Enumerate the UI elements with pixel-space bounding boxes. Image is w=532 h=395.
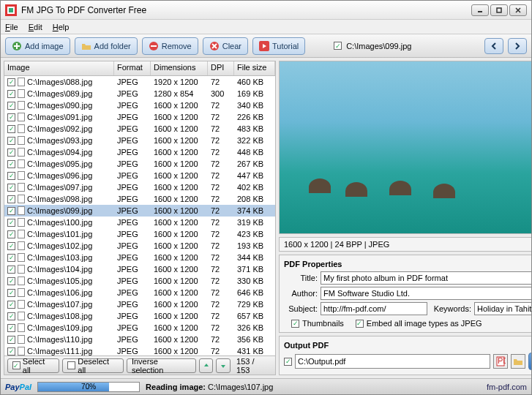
col-dpi[interactable]: DPI bbox=[208, 61, 234, 75]
table-row[interactable]: ✓C:\Images\090.jpgJPEG1600 x 120072340 K… bbox=[4, 99, 275, 111]
table-row[interactable]: ✓C:\Images\103.jpgJPEG1600 x 120072344 K… bbox=[4, 252, 275, 263]
row-checkbox[interactable]: ✓ bbox=[7, 347, 15, 356]
author-input[interactable] bbox=[321, 287, 531, 300]
row-checkbox[interactable]: ✓ bbox=[7, 148, 15, 157]
row-checkbox[interactable]: ✓ bbox=[7, 242, 15, 250]
row-checkbox[interactable]: ✓ bbox=[7, 160, 15, 168]
table-row[interactable]: ✓C:\Images\091.jpgJPEG1600 x 120072226 K… bbox=[4, 111, 275, 123]
row-checkbox[interactable]: ✓ bbox=[7, 254, 15, 262]
table-row[interactable]: ✓C:\Images\099.jpgJPEG1600 x 120072374 K… bbox=[4, 205, 275, 217]
row-dpi: 72 bbox=[208, 148, 234, 157]
row-checkbox[interactable]: ✓ bbox=[7, 277, 15, 285]
col-dimensions[interactable]: Dimensions bbox=[151, 61, 208, 75]
table-row[interactable]: ✓C:\Images\089.jpgJPEG1280 x 854300169 K… bbox=[4, 88, 275, 99]
row-checkbox[interactable]: ✓ bbox=[7, 230, 15, 238]
row-checkbox[interactable]: ✓ bbox=[7, 90, 15, 98]
keywords-input[interactable] bbox=[474, 302, 531, 315]
window-title: FM JPG To PDF Converter Free bbox=[21, 5, 471, 15]
row-checkbox[interactable]: ✓ bbox=[7, 266, 15, 274]
file-icon bbox=[18, 276, 25, 285]
table-row[interactable]: ✓C:\Images\101.jpgJPEG1600 x 120072423 K… bbox=[4, 228, 275, 240]
menu-help[interactable]: Help bbox=[53, 23, 70, 31]
row-path: C:\Images\094.jpg bbox=[27, 148, 92, 157]
table-row[interactable]: ✓C:\Images\111.jpgJPEG1600 x 120072431 K… bbox=[4, 345, 275, 356]
row-checkbox[interactable]: ✓ bbox=[7, 207, 15, 215]
table-row[interactable]: ✓C:\Images\108.jpgJPEG1600 x 120072657 K… bbox=[4, 310, 275, 322]
row-checkbox[interactable]: ✓ bbox=[7, 78, 15, 86]
remove-button[interactable]: Remove bbox=[142, 37, 198, 55]
close-button[interactable] bbox=[509, 4, 527, 16]
row-size: 319 KB bbox=[234, 218, 275, 227]
row-checkbox[interactable]: ✓ bbox=[7, 336, 15, 344]
subject-input[interactable] bbox=[321, 302, 427, 315]
minimize-button[interactable] bbox=[471, 4, 489, 16]
row-checkbox[interactable]: ✓ bbox=[7, 113, 15, 121]
tutorial-button[interactable]: Tutorial bbox=[252, 37, 305, 55]
table-row[interactable]: ✓C:\Images\109.jpgJPEG1600 x 120072326 K… bbox=[4, 322, 275, 334]
col-format[interactable]: Format bbox=[114, 61, 151, 75]
file-icon bbox=[18, 206, 25, 215]
table-row[interactable]: ✓C:\Images\104.jpgJPEG1600 x 120072371 K… bbox=[4, 263, 275, 275]
menu-edit[interactable]: Edit bbox=[29, 23, 42, 31]
row-checkbox[interactable]: ✓ bbox=[7, 195, 15, 203]
prev-image-button[interactable] bbox=[484, 38, 503, 54]
pdf-icon-button[interactable]: PDF bbox=[493, 354, 508, 369]
deselect-all-button[interactable]: Deselect all bbox=[62, 358, 123, 373]
preview-checkbox[interactable]: ✓ bbox=[334, 42, 342, 50]
row-checkbox[interactable]: ✓ bbox=[7, 219, 15, 227]
progress-bar: 70% bbox=[37, 382, 140, 392]
browse-output-button[interactable] bbox=[511, 354, 525, 369]
output-path-input[interactable] bbox=[295, 354, 490, 369]
table-row[interactable]: ✓C:\Images\093.jpgJPEG1600 x 120072322 K… bbox=[4, 135, 275, 146]
add-folder-button[interactable]: Add folder bbox=[75, 37, 138, 55]
row-checkbox[interactable]: ✓ bbox=[7, 137, 15, 145]
row-checkbox[interactable]: ✓ bbox=[7, 301, 15, 309]
table-body[interactable]: ✓C:\Images\088.jpgJPEG1920 x 120072460 K… bbox=[4, 76, 275, 356]
table-row[interactable]: ✓C:\Images\094.jpgJPEG1600 x 120072448 K… bbox=[4, 146, 275, 158]
status-text: Reading image: C:\Images\107.jpg bbox=[146, 383, 481, 391]
table-row[interactable]: ✓C:\Images\095.jpgJPEG1600 x 120072267 K… bbox=[4, 158, 275, 170]
row-checkbox[interactable]: ✓ bbox=[7, 102, 15, 110]
table-row[interactable]: ✓C:\Images\105.jpgJPEG1600 x 120072330 K… bbox=[4, 275, 275, 287]
embed-jpeg-checkbox[interactable]: ✓Embed all image types as JPEG bbox=[356, 319, 482, 328]
col-filesize[interactable]: File size bbox=[234, 61, 275, 75]
row-checkbox[interactable]: ✓ bbox=[7, 172, 15, 180]
row-checkbox[interactable]: ✓ bbox=[7, 289, 15, 297]
paypal-logo[interactable]: PayPal bbox=[5, 383, 31, 391]
table-row[interactable]: ✓C:\Images\097.jpgJPEG1600 x 120072402 K… bbox=[4, 181, 275, 193]
row-checkbox[interactable]: ✓ bbox=[7, 125, 15, 133]
table-row[interactable]: ✓C:\Images\098.jpgJPEG1600 x 120072208 K… bbox=[4, 193, 275, 205]
table-row[interactable]: ✓C:\Images\107.jpgJPEG1600 x 120072729 K… bbox=[4, 298, 275, 310]
table-row[interactable]: ✓C:\Images\092.jpgJPEG1600 x 120072483 K… bbox=[4, 123, 275, 135]
table-row[interactable]: ✓C:\Images\102.jpgJPEG1600 x 120072193 K… bbox=[4, 240, 275, 252]
table-row[interactable]: ✓C:\Images\110.jpgJPEG1600 x 120072356 K… bbox=[4, 334, 275, 345]
col-image[interactable]: Image bbox=[4, 61, 114, 75]
thumbnails-checkbox[interactable]: ✓Thumbnails bbox=[291, 319, 344, 328]
menu-file[interactable]: File bbox=[5, 23, 18, 31]
move-up-button[interactable] bbox=[199, 358, 214, 373]
vendor-link[interactable]: fm-pdf.com bbox=[487, 383, 527, 391]
check-icon: ✓ bbox=[12, 361, 20, 369]
table-row[interactable]: ✓C:\Images\100.jpgJPEG1600 x 120072319 K… bbox=[4, 217, 275, 228]
table-row[interactable]: ✓C:\Images\088.jpgJPEG1920 x 120072460 K… bbox=[4, 76, 275, 88]
output-checkbox[interactable]: ✓ bbox=[284, 358, 292, 366]
row-format: JPEG bbox=[114, 101, 151, 110]
row-size: 729 KB bbox=[234, 300, 275, 309]
next-image-button[interactable] bbox=[508, 38, 527, 54]
start-button[interactable]: Start bbox=[528, 353, 531, 370]
row-dimensions: 1600 x 1200 bbox=[151, 347, 208, 356]
table-row[interactable]: ✓C:\Images\096.jpgJPEG1600 x 120072447 K… bbox=[4, 170, 275, 181]
maximize-button[interactable] bbox=[490, 4, 508, 16]
row-dpi: 72 bbox=[208, 241, 234, 250]
title-input[interactable] bbox=[321, 271, 531, 285]
select-all-button[interactable]: ✓Select all bbox=[7, 358, 59, 373]
row-path: C:\Images\108.jpg bbox=[27, 312, 92, 320]
row-checkbox[interactable]: ✓ bbox=[7, 324, 15, 332]
row-checkbox[interactable]: ✓ bbox=[7, 184, 15, 192]
add-image-button[interactable]: Add image bbox=[5, 37, 70, 55]
inverse-selection-button[interactable]: Inverse selection bbox=[127, 358, 196, 373]
clear-button[interactable]: Clear bbox=[203, 37, 248, 55]
move-down-button[interactable] bbox=[216, 358, 231, 373]
row-checkbox[interactable]: ✓ bbox=[7, 312, 15, 320]
table-row[interactable]: ✓C:\Images\106.jpgJPEG1600 x 120072646 K… bbox=[4, 287, 275, 298]
